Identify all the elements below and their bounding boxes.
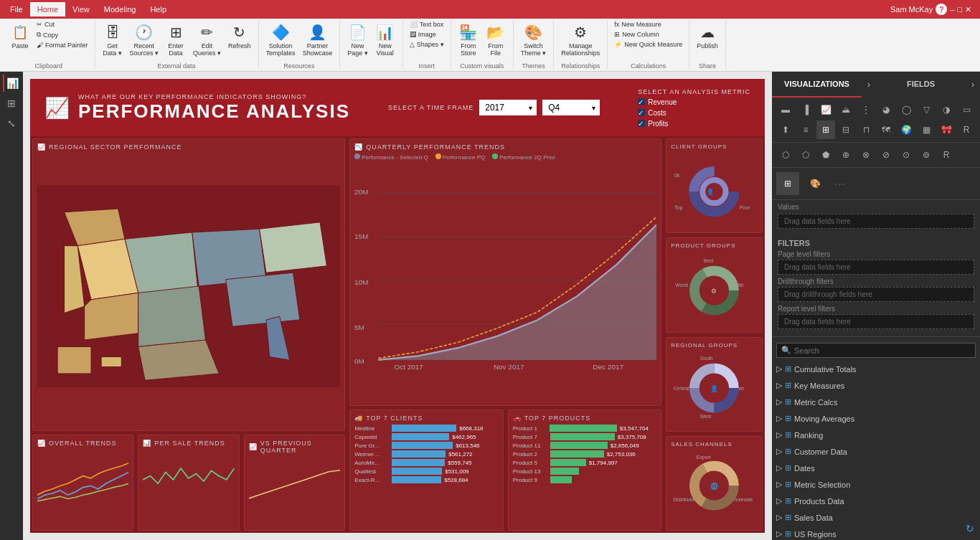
key-measures-group-header[interactable]: ▷ ⊞ Key Measures [776, 379, 976, 392]
viz-treemap[interactable]: ▦ [917, 120, 936, 139]
viz-more[interactable]: R [957, 120, 976, 139]
products-data-group-header[interactable]: ▷ ⊞ Products Data [776, 494, 976, 508]
publish-button[interactable]: ☁ Publish [694, 20, 721, 52]
viz-icon-d[interactable]: ⊕ [837, 146, 855, 164]
viz-expand-icon[interactable]: › [862, 72, 876, 98]
viz-ribbon[interactable]: 🎀 [937, 120, 956, 139]
edit-queries-button[interactable]: ✏ EditQueries ▾ [190, 20, 224, 59]
viz-icon-g[interactable]: ⊙ [897, 146, 915, 164]
viz-line-chart[interactable]: 📈 [816, 100, 835, 119]
fields-pane-icon[interactable]: ⊞ [776, 172, 799, 195]
viz-gauge[interactable]: ◑ [937, 100, 956, 119]
viz-waterfall[interactable]: ⊓ [857, 120, 875, 139]
viz-matrix[interactable]: ⊟ [837, 120, 855, 139]
tab-home[interactable]: Home [30, 2, 65, 16]
values-drop-zone[interactable]: Drag data fields here [778, 214, 974, 229]
viz-kpi[interactable]: ⬆ [776, 120, 795, 139]
viz-stacked-bar[interactable]: ▬ [776, 100, 795, 119]
page-level-drop[interactable]: Drag data fields here [778, 260, 974, 275]
tab-view[interactable]: View [65, 2, 97, 16]
solution-templates-button[interactable]: 🔷 SolutionTemplates [263, 20, 298, 59]
new-page-button[interactable]: 📄 NewPage ▾ [344, 20, 371, 59]
get-data-button[interactable]: 🗄 GetData ▾ [100, 20, 126, 59]
new-column-button[interactable]: ⊞ New Column [612, 30, 684, 39]
metric-calcs-group-header[interactable]: ▷ ⊞ Metric Calcs [776, 395, 976, 409]
viz-icon-c[interactable]: ⬟ [816, 146, 835, 164]
revenue-checkbox[interactable]: ✓ [638, 98, 645, 105]
dates-group-header[interactable]: ▷ ⊞ Dates [776, 461, 976, 475]
tab-help[interactable]: Help [143, 2, 174, 16]
copy-button[interactable]: ⧉ Copy [34, 30, 90, 39]
viz-icon-h[interactable]: ⊚ [917, 146, 936, 164]
viz-donut[interactable]: ◯ [897, 100, 915, 119]
report-level-drop[interactable]: Drag data fields here [778, 314, 974, 329]
moving-averages-group-header[interactable]: ▷ ⊞ Moving Averages [776, 412, 976, 425]
search-input[interactable] [794, 346, 971, 355]
new-visual-button[interactable]: 📊 NewVisual [372, 20, 398, 59]
visualizations-tab[interactable]: VISUALIZATIONS [772, 72, 862, 98]
switch-theme-button[interactable]: 🎨 SwitchTheme ▾ [518, 20, 550, 59]
image-button[interactable]: 🖼 Image [407, 30, 446, 39]
shapes-button[interactable]: △ Shapes ▾ [407, 40, 446, 49]
costs-checkbox[interactable]: ✓ [638, 109, 645, 116]
help-icon[interactable]: ? [936, 4, 947, 15]
minimize-icon[interactable]: – [950, 5, 954, 14]
viz-icon-e[interactable]: ⊗ [857, 146, 875, 164]
maximize-icon[interactable]: □ [957, 5, 962, 14]
refresh-button[interactable]: ↻ Refresh [225, 20, 254, 52]
format-pane-icon[interactable]: 🎨 [804, 172, 826, 195]
cut-button[interactable]: ✂ Cut [34, 20, 90, 29]
viz-column-chart[interactable]: ▐ [796, 100, 815, 119]
year-select[interactable]: 201720162015 [479, 100, 537, 115]
svg-text:Top: Top [674, 205, 682, 211]
metric-selection-group-header[interactable]: ▷ ⊞ Metric Selection [776, 478, 976, 491]
us-regions-group-header[interactable]: ▷ ⊞ US Regions [776, 527, 976, 540]
tab-modeling[interactable]: Modeling [97, 2, 143, 16]
from-store-button[interactable]: 🏪 FromStore [456, 20, 481, 59]
sales-data-group-header[interactable]: ▷ ⊞ Sales Data [776, 511, 976, 524]
map-region-southeast[interactable] [226, 273, 300, 326]
new-quick-measure-button[interactable]: ⚡ New Quick Measure [612, 40, 684, 49]
fields-tab[interactable]: FIELDS [876, 72, 966, 98]
customer-data-group-header[interactable]: ▷ ⊞ Customer Data [776, 445, 976, 458]
profits-checkbox[interactable]: ✓ [638, 120, 645, 127]
manage-relationships-button[interactable]: ⚙ ManageRelationships [558, 20, 603, 59]
map-region-sw[interactable] [85, 293, 138, 340]
viz-pie[interactable]: ◕ [877, 100, 895, 119]
fields-expand-icon[interactable]: › [966, 72, 980, 98]
partner-showcase-button[interactable]: 👤 PartnerShowcase [300, 20, 336, 59]
cumulative-group-header[interactable]: ▷ ⊞ Cumulative Totals [776, 362, 976, 376]
tab-file[interactable]: File [3, 2, 30, 16]
map-region-hawaii[interactable] [101, 357, 121, 367]
from-file-button[interactable]: 📂 FromFile [483, 20, 509, 59]
viz-table[interactable]: ⊞ [816, 120, 835, 139]
viz-funnel[interactable]: ▽ [917, 100, 936, 119]
paste-button[interactable]: 📋 Paste [7, 20, 33, 52]
enter-data-button[interactable]: ⊞ EnterData [163, 20, 189, 59]
drillthrough-drop[interactable]: Drag drillthrough fields here [778, 287, 974, 302]
recent-sources-button[interactable]: 🕐 RecentSources ▾ [127, 20, 162, 59]
relationship-view-icon[interactable]: ⤡ [3, 115, 20, 132]
map-region-south-central[interactable] [138, 286, 206, 346]
viz-icon-a[interactable]: ⬡ [776, 146, 795, 164]
map-region-alaska[interactable] [57, 346, 91, 374]
viz-area-chart[interactable]: ⛰ [837, 100, 855, 119]
map-region-northeast[interactable] [260, 222, 327, 273]
viz-icon-f[interactable]: ⊘ [877, 146, 895, 164]
new-measure-button[interactable]: fx New Measure [612, 20, 684, 29]
close-icon[interactable]: ✕ [965, 5, 971, 14]
report-view-icon[interactable]: 📊 [3, 75, 20, 92]
text-box-button[interactable]: ⬜ Text box [407, 20, 446, 29]
viz-icon-i[interactable]: R [937, 146, 956, 164]
format-painter-button[interactable]: 🖌 Format Painter [34, 41, 90, 49]
ranking-group-header[interactable]: ▷ ⊞ Ranking [776, 428, 976, 442]
data-view-icon[interactable]: ⊞ [3, 95, 20, 112]
viz-filled-map[interactable]: 🌍 [897, 120, 915, 139]
map-region-texas[interactable] [138, 340, 220, 380]
quarter-select[interactable]: Q4Q3Q2Q1 [542, 100, 600, 115]
viz-card[interactable]: ▭ [957, 100, 976, 119]
viz-scatter[interactable]: ⋮ [857, 100, 875, 119]
viz-slicer[interactable]: ≡ [796, 120, 815, 139]
viz-icon-b[interactable]: ⬠ [796, 146, 815, 164]
viz-map[interactable]: 🗺 [877, 120, 895, 139]
